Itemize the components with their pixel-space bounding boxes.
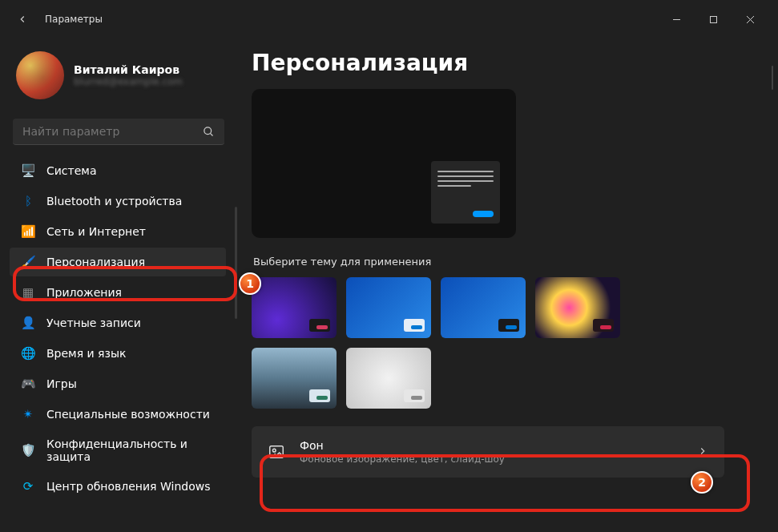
sidebar-item-label: Центр обновления Windows	[46, 480, 210, 493]
nav-list: 🖥️СистемаᛒBluetooth и устройства📶Сеть и …	[10, 156, 228, 501]
theme-3[interactable]	[441, 277, 526, 338]
svg-point-5	[272, 449, 276, 452]
themes-grid	[252, 277, 628, 409]
sidebar-item-10[interactable]: ⟳Центр обновления Windows	[10, 472, 226, 501]
sidebar-item-label: Сеть и Интернет	[46, 225, 146, 238]
page-title: Персонализация	[252, 50, 759, 76]
sidebar-item-5[interactable]: 👤Учетные записи	[10, 308, 226, 337]
profile-block[interactable]: Виталий Каиров blurred@example.com	[10, 46, 228, 114]
sidebar-item-label: Игры	[46, 377, 77, 390]
theme-4[interactable]	[535, 277, 620, 338]
sidebar-item-1[interactable]: ᛒBluetooth и устройства	[10, 187, 226, 216]
search-icon	[203, 126, 215, 138]
close-button[interactable]	[732, 6, 768, 32]
nav-icon: 🖌️	[21, 255, 35, 269]
back-button[interactable]	[10, 6, 35, 32]
nav-icon: 🛡️	[21, 443, 35, 457]
theme-chip	[404, 389, 425, 402]
theme-5[interactable]	[252, 348, 337, 409]
main-scrollbar[interactable]	[772, 66, 773, 90]
avatar	[16, 51, 64, 99]
theme-6[interactable]	[346, 348, 431, 409]
window-controls	[658, 6, 768, 32]
theme-1[interactable]	[252, 277, 337, 338]
search-box[interactable]	[13, 119, 224, 145]
titlebar: Параметры	[0, 0, 778, 38]
maximize-icon	[709, 15, 718, 24]
desktop-preview	[252, 89, 516, 238]
sidebar-item-2[interactable]: 📶Сеть и Интернет	[10, 217, 226, 246]
profile-name: Виталий Каиров	[74, 63, 183, 76]
nav-icon: 🌐	[21, 346, 35, 361]
search-input[interactable]	[22, 125, 203, 138]
setting-background[interactable]: Фон Фоновое изображение, цвет, слайд-шоу	[252, 426, 724, 478]
svg-rect-1	[710, 16, 716, 22]
preview-window	[431, 161, 500, 224]
theme-chip	[498, 319, 519, 332]
theme-chip	[404, 319, 425, 332]
nav-icon: ✴	[21, 407, 35, 421]
main-panel: Персонализация Выберите тему для примене…	[237, 38, 778, 532]
minimize-icon	[672, 15, 681, 24]
nav-icon: 📶	[21, 224, 35, 239]
sidebar-item-3[interactable]: 🖌️Персонализация	[10, 248, 226, 276]
nav-icon: ▦	[21, 285, 35, 300]
nav-icon: 🖥️	[21, 163, 35, 178]
theme-2[interactable]	[346, 277, 431, 338]
theme-chip	[309, 319, 330, 332]
sidebar-item-9[interactable]: 🛡️Конфиденциальность и защита	[10, 430, 226, 470]
image-icon	[268, 443, 285, 461]
nav-icon: ⟳	[21, 479, 35, 494]
svg-point-2	[204, 127, 212, 134]
maximize-button[interactable]	[695, 6, 732, 32]
theme-chip	[593, 319, 614, 332]
sidebar-item-8[interactable]: ✴Специальные возможности	[10, 400, 226, 429]
sidebar-item-label: Система	[46, 164, 96, 177]
sidebar-item-label: Персонализация	[46, 256, 145, 268]
minimize-button[interactable]	[658, 6, 695, 32]
profile-email: blurred@example.com	[74, 76, 183, 87]
close-icon	[746, 15, 755, 24]
nav-icon: ᛒ	[21, 194, 35, 208]
themes-section-label: Выберите тему для применения	[253, 256, 759, 268]
setting-title: Фон	[300, 439, 683, 452]
arrow-left-icon	[17, 14, 28, 25]
chevron-right-icon	[697, 445, 708, 460]
nav-icon: 🎮	[21, 377, 35, 391]
sidebar-item-label: Приложения	[46, 286, 122, 299]
sidebar-item-label: Учетные записи	[46, 316, 141, 329]
sidebar-item-label: Конфиденциальность и защита	[46, 437, 215, 463]
svg-line-3	[210, 133, 212, 135]
sidebar-item-label: Bluetooth и устройства	[46, 195, 182, 208]
sidebar-item-label: Специальные возможности	[46, 408, 210, 421]
sidebar-item-7[interactable]: 🎮Игры	[10, 369, 226, 398]
app-title: Параметры	[45, 14, 103, 25]
sidebar-item-label: Время и язык	[46, 347, 126, 360]
sidebar-item-4[interactable]: ▦Приложения	[10, 278, 226, 307]
setting-desc: Фоновое изображение, цвет, слайд-шоу	[300, 453, 683, 465]
sidebar-item-0[interactable]: 🖥️Система	[10, 156, 226, 185]
nav-icon: 👤	[21, 316, 35, 330]
sidebar-item-6[interactable]: 🌐Время и язык	[10, 339, 226, 368]
sidebar: Виталий Каиров blurred@example.com 🖥️Сис…	[0, 38, 237, 532]
theme-chip	[309, 389, 330, 402]
